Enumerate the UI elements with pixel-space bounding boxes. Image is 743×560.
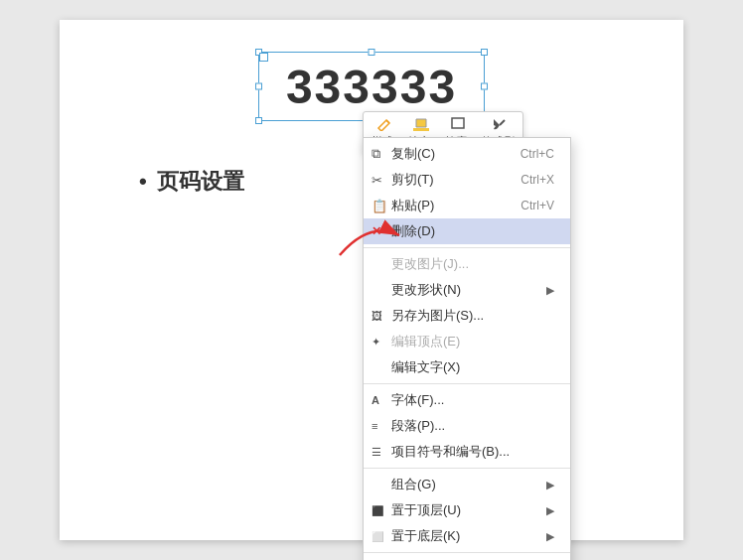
copy-icon: ⧉: [372, 146, 380, 162]
menu-edit-pts-label: 编辑顶点(E): [391, 333, 460, 350]
menu-bottom-layer-label: 置于底层(K): [391, 527, 460, 545]
delete-cross-icon: ✕: [372, 224, 381, 238]
svg-rect-1: [413, 128, 429, 131]
paste-icon: 📋: [372, 199, 387, 213]
menu-font-label: 字体(F)...: [391, 391, 444, 409]
fill-icon: [412, 116, 430, 132]
separator-2: [364, 383, 570, 384]
bottom-layer-icon: ⬜: [372, 531, 383, 542]
page-background: 333333 • 页码设置 样式·: [0, 0, 743, 560]
menu-cut[interactable]: ✂ 剪切(T) Ctrl+X: [364, 167, 570, 193]
menu-edit-pts: ✦ 编辑顶点(E): [364, 329, 570, 354]
menu-copy-label: 复制(C): [391, 145, 435, 163]
bullet-dot: •: [139, 169, 147, 195]
svg-line-0: [386, 120, 389, 123]
menu-paste[interactable]: 📋 粘贴(P) Ctrl+V: [364, 193, 570, 218]
doc-number: 333333: [286, 60, 457, 114]
handle-mr[interactable]: [481, 83, 488, 90]
bullet-text-container: • 页码设置: [139, 167, 244, 197]
arrow-icon-bottom: ▶: [546, 530, 554, 543]
brush-icon: [490, 116, 508, 132]
menu-cut-label: 剪切(T): [391, 171, 434, 189]
menu-animation[interactable]: ✨ 自定义动画(M)...: [364, 556, 570, 560]
menu-bottom-layer[interactable]: ⬜ 置于底层(K) ▶: [364, 523, 570, 549]
separator-3: [364, 468, 570, 469]
menu-change-shape[interactable]: 更改形状(N) ▶: [364, 277, 570, 303]
menu-save-img[interactable]: 🖼 另存为图片(S)...: [364, 303, 570, 329]
menu-group[interactable]: 组合(G) ▶: [364, 472, 570, 497]
arrow-icon-group: ▶: [546, 479, 554, 491]
menu-change-shape-label: 更改形状(N): [391, 281, 461, 299]
menu-font[interactable]: A 字体(F)...: [364, 387, 570, 413]
svg-line-3: [500, 120, 505, 125]
pencil-icon: [375, 116, 393, 132]
menu-top-layer-label: 置于顶层(U): [391, 501, 461, 519]
handle-ml[interactable]: [255, 83, 262, 90]
menu-change-img-label: 更改图片(J)...: [391, 255, 469, 273]
menu-save-img-label: 另存为图片(S)...: [391, 307, 484, 325]
menu-cut-shortcut: Ctrl+X: [520, 173, 554, 187]
svg-rect-2: [452, 118, 464, 128]
para-icon: ≡: [372, 420, 377, 432]
separator-1: [364, 247, 570, 248]
menu-delete-label: 删除(D): [391, 222, 435, 240]
menu-group-label: 组合(G): [391, 476, 436, 493]
menu-bullets[interactable]: ☰ 项目符号和编号(B)...: [364, 439, 570, 465]
arrow-icon-top: ▶: [546, 504, 554, 517]
handle-tl[interactable]: [255, 49, 262, 56]
menu-change-img: 更改图片(J)...: [364, 251, 570, 277]
menu-copy-shortcut: Ctrl+C: [520, 147, 554, 161]
document-area: 333333 • 页码设置 样式·: [60, 20, 683, 540]
arrow-icon-shape: ▶: [546, 284, 554, 297]
menu-para-label: 段落(P)...: [391, 417, 445, 435]
handle-tr[interactable]: [481, 49, 488, 56]
separator-4: [364, 552, 570, 553]
menu-delete[interactable]: ✕ 删除(D): [364, 218, 570, 244]
handle-bl[interactable]: [255, 117, 262, 124]
menu-para[interactable]: ≡ 段落(P)...: [364, 413, 570, 439]
bullet-label: 页码设置: [157, 167, 244, 197]
cut-icon: ✂: [372, 173, 382, 188]
handle-tm[interactable]: [369, 49, 375, 56]
save-img-icon: 🖼: [372, 310, 382, 322]
menu-edit-text-label: 编辑文字(X): [391, 358, 460, 376]
edit-pts-icon: ✦: [372, 336, 380, 349]
top-layer-icon: ⬛: [372, 505, 383, 516]
menu-paste-label: 粘贴(P): [391, 197, 434, 214]
menu-copy[interactable]: ⧉ 复制(C) Ctrl+C: [364, 141, 570, 167]
menu-bullets-label: 项目符号和编号(B)...: [391, 443, 510, 461]
menu-paste-shortcut: Ctrl+V: [520, 199, 554, 212]
outline-icon: [449, 116, 467, 132]
font-icon: A: [372, 394, 379, 406]
menu-edit-text[interactable]: 编辑文字(X): [364, 354, 570, 380]
menu-top-layer[interactable]: ⬛ 置于顶层(U) ▶: [364, 497, 570, 523]
context-menu: ⧉ 复制(C) Ctrl+C ✂ 剪切(T) Ctrl+X 📋 粘贴(P) Ct…: [363, 137, 571, 560]
list-icon: ☰: [372, 446, 381, 459]
